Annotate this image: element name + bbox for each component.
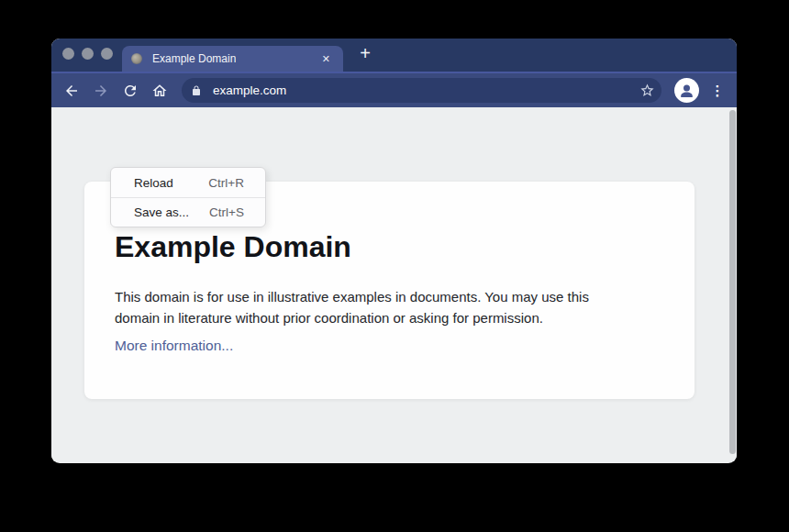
context-menu: Reload Ctrl+R Save as... Ctrl+S bbox=[110, 167, 266, 227]
forward-icon[interactable] bbox=[93, 83, 109, 99]
profile-avatar-icon[interactable] bbox=[674, 78, 699, 103]
more-information-link[interactable]: More information... bbox=[115, 338, 233, 354]
tab-example-domain[interactable]: Example Domain ✕ bbox=[122, 46, 343, 72]
page-paragraph: This domain is for use in illustrative e… bbox=[115, 286, 658, 328]
browser-window: Example Domain ✕ + example bbox=[51, 39, 737, 463]
page-viewport: Example Domain This domain is for use in… bbox=[51, 107, 737, 461]
desktop-background: Example Domain ✕ + example bbox=[0, 0, 789, 532]
new-tab-button[interactable]: + bbox=[354, 43, 376, 65]
bookmark-star-icon[interactable] bbox=[639, 83, 655, 98]
back-icon[interactable] bbox=[63, 83, 80, 99]
shortcut-hint: Ctrl+S bbox=[209, 205, 244, 219]
maximize-window-button[interactable] bbox=[101, 48, 113, 60]
context-menu-item-save-as[interactable]: Save as... Ctrl+S bbox=[111, 197, 265, 227]
address-bar[interactable]: example.com bbox=[182, 78, 661, 103]
close-window-button[interactable] bbox=[62, 48, 74, 60]
tab-favicon-globe-icon bbox=[131, 53, 142, 64]
browser-toolbar: example.com ⋮ bbox=[51, 72, 737, 107]
minimize-window-button[interactable] bbox=[82, 48, 94, 60]
browser-menu-icon[interactable]: ⋮ bbox=[709, 83, 726, 97]
page-heading: Example Domain bbox=[115, 229, 658, 264]
https-lock-icon[interactable] bbox=[191, 85, 202, 96]
vertical-scrollbar[interactable] bbox=[729, 110, 736, 454]
context-menu-item-reload[interactable]: Reload Ctrl+R bbox=[111, 168, 265, 197]
url-text: example.com bbox=[213, 83, 286, 97]
home-icon[interactable] bbox=[151, 83, 168, 99]
titlebar: Example Domain ✕ + bbox=[51, 39, 737, 72]
tab-title: Example Domain bbox=[152, 52, 236, 65]
tab-close-icon[interactable]: ✕ bbox=[320, 52, 332, 66]
reload-icon[interactable] bbox=[122, 83, 139, 99]
shortcut-hint: Ctrl+R bbox=[208, 176, 244, 190]
window-controls bbox=[62, 48, 113, 60]
